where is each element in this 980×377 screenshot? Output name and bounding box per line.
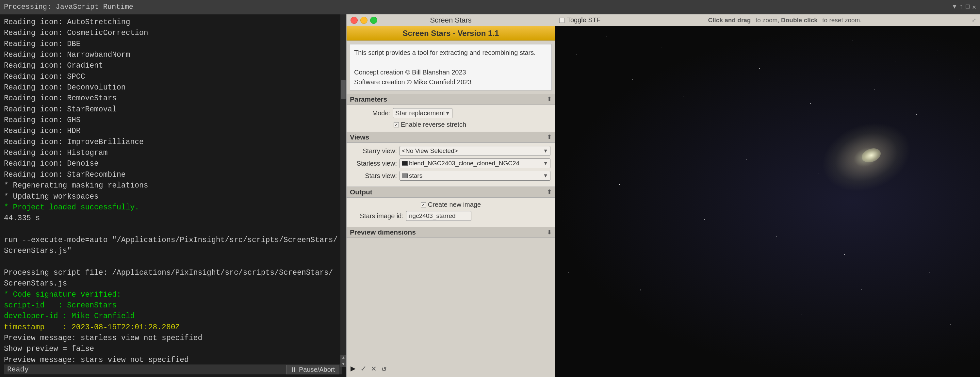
- close-traffic-light[interactable]: [350, 17, 358, 24]
- star-17: [649, 167, 649, 167]
- terminal-line: run --execute-mode=auto "/Applications/P…: [4, 235, 342, 246]
- mode-select[interactable]: Star replacement ▼: [393, 108, 452, 118]
- starry-view-row: Starry view: <No View Selected> ▼: [351, 146, 550, 156]
- mode-select-value: Star replacement: [395, 110, 445, 117]
- terminal-line: timestamp : 2023-08-15T22:01:28.280Z: [4, 322, 342, 333]
- terminal-line: Reading icon: StarRemoval: [4, 104, 342, 115]
- terminal-line: Preview message: starless view not speci…: [4, 333, 342, 344]
- preview-panel: Toggle STF Click and drag to zoom, Doubl…: [555, 14, 980, 377]
- close-icon[interactable]: ✕: [972, 3, 976, 11]
- stars-image-id-input[interactable]: ngc2403_starred: [406, 211, 471, 221]
- star-28: [640, 290, 641, 290]
- stars-image-id-label: Stars image id:: [351, 212, 403, 220]
- desc-line3: Concept creation © Bill Blanshan 2023: [354, 67, 547, 77]
- star-0: [577, 54, 577, 55]
- cancel-button[interactable]: ✕: [371, 363, 376, 374]
- star-18: [704, 219, 705, 220]
- terminal-line: Reading icon: Deconvolution: [4, 82, 342, 93]
- terminal-line: Processing script file: /Applications/Pi…: [4, 267, 342, 278]
- preview-hint: Click and drag to zoom, Double click to …: [708, 16, 862, 24]
- stars-view-select[interactable]: stars ▼: [399, 171, 550, 181]
- terminal-line: Reading icon: StarRecombine: [4, 170, 342, 180]
- reverse-stretch-row: ✓ Enable reverse stretch: [394, 121, 550, 128]
- terminal-line: ScreenStars.js": [4, 246, 342, 256]
- terminal-line: developer-id : Mike Cranfield: [4, 311, 342, 322]
- star-24: [929, 272, 930, 272]
- star-34: [861, 290, 862, 290]
- top-bar-icons: ▼ ↑ □ ✕: [953, 3, 976, 11]
- mode-select-arrow: ▼: [445, 110, 450, 116]
- views-collapse-icon[interactable]: ⬆: [547, 134, 552, 141]
- preview-window-controls: ⤢: [972, 17, 976, 24]
- script-version-title: Screen Stars - Version 1.1: [403, 29, 499, 38]
- starless-view-label: Starless view:: [351, 160, 397, 167]
- starless-view-arrow: ▼: [543, 161, 548, 166]
- views-section-body: Starry view: <No View Selected> ▼ Starle…: [347, 143, 555, 186]
- star-23: [886, 195, 887, 195]
- terminal-line: Reading icon: DBE: [4, 39, 342, 50]
- stf-checkbox[interactable]: [559, 17, 565, 23]
- preview-dim-collapse-icon[interactable]: ⬇: [547, 229, 552, 236]
- reverse-stretch-checkbox[interactable]: ✓: [394, 122, 399, 127]
- maximize-icon[interactable]: □: [966, 3, 970, 11]
- scrollbar-thumb[interactable]: [341, 80, 345, 99]
- views-label: Views: [350, 133, 369, 141]
- scroll-up-arrow[interactable]: ▲: [340, 355, 346, 361]
- desc-line4: Software creation © Mike Cranfield 2023: [354, 77, 547, 87]
- output-collapse-icon[interactable]: ⬆: [547, 189, 552, 196]
- top-bar-title: Processing: JavaScript Runtime: [4, 3, 133, 11]
- output-section-body: ✓ Create new image Stars image id: ngc24…: [347, 198, 555, 227]
- terminal-line: 44.335 s: [4, 213, 342, 224]
- maximize-traffic-light[interactable]: [370, 17, 377, 24]
- preview-expand-icon[interactable]: ⤢: [972, 17, 976, 24]
- output-section-header: Output ⬆: [347, 186, 555, 198]
- minimize-traffic-light[interactable]: [360, 17, 368, 24]
- ok-button[interactable]: ✓: [361, 363, 366, 374]
- star-32: [802, 314, 802, 315]
- preview-dimensions-label: Preview dimensions: [350, 228, 416, 236]
- reverse-stretch-label: Enable reverse stretch: [401, 121, 466, 128]
- starless-view-value: blend_NGC2403_clone_cloned_NGC24: [409, 160, 519, 167]
- terminal-line: Reading icon: HDR: [4, 126, 342, 137]
- traffic-lights: [350, 17, 377, 24]
- terminal-line: Reading icon: RemoveStars: [4, 93, 342, 104]
- terminal-status: Ready: [7, 366, 29, 374]
- starry-view-arrow: ▼: [543, 148, 548, 154]
- starry-view-select[interactable]: <No View Selected> ▼: [399, 146, 550, 156]
- terminal-line: * Code signature verified:: [4, 290, 342, 300]
- create-image-label: Create new image: [428, 201, 481, 208]
- starless-view-select[interactable]: blend_NGC2403_clone_cloned_NGC24 ▼: [399, 158, 550, 168]
- screen-stars-window-title: Screen Stars: [430, 16, 471, 24]
- star-field: [555, 26, 980, 377]
- terminal-scrollbar[interactable]: ▲ ▼: [340, 14, 346, 367]
- terminal-line: Show preview = false: [4, 344, 342, 355]
- pause-abort-button[interactable]: ⏸ Pause/Abort: [286, 365, 339, 374]
- terminal-line: * Updating workspaces: [4, 191, 342, 202]
- terminal-line: Reading icon: ImproveBrilliance: [4, 137, 342, 148]
- output-label: Output: [350, 188, 372, 196]
- minimize-icon[interactable]: ▼: [953, 3, 956, 11]
- float-icon[interactable]: ↑: [959, 3, 963, 11]
- terminal-line: ScreenStars.js: [4, 278, 342, 289]
- script-description: This script provides a tool for extracti…: [350, 44, 552, 91]
- reset-button[interactable]: ↺: [382, 363, 387, 374]
- hint-click-drag: Click and drag: [708, 17, 751, 24]
- stars-thumb: [402, 173, 408, 178]
- scroll-down-arrow[interactable]: ▼: [340, 361, 346, 367]
- terminal-line: * Regenerating masking relations: [4, 180, 342, 191]
- run-button[interactable]: ▶: [350, 363, 356, 374]
- create-image-checkbox[interactable]: ✓: [421, 202, 426, 207]
- preview-image-area[interactable]: [555, 26, 980, 377]
- terminal-line: Reading icon: Histogram: [4, 148, 342, 158]
- script-panel: Screen Stars Screen Stars - Version 1.1 …: [346, 14, 555, 377]
- stf-label: Toggle STF: [567, 16, 600, 24]
- terminal-line: [4, 224, 342, 235]
- views-section-header: Views ⬆: [347, 132, 555, 143]
- terminal-status-bar: Ready ⏸ Pause/Abort: [4, 364, 342, 374]
- star-4: [683, 96, 683, 97]
- stars-view-arrow: ▼: [543, 173, 548, 179]
- parameters-collapse-icon[interactable]: ⬆: [547, 96, 552, 103]
- star-26: [568, 272, 569, 272]
- stars-view-row: Stars view: stars ▼: [351, 171, 550, 181]
- terminal-line: Reading icon: AutoStretching: [4, 17, 342, 28]
